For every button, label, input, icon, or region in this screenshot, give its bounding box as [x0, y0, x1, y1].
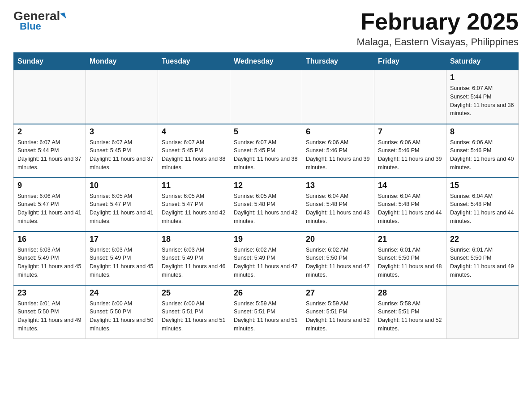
day-number: 10	[90, 181, 154, 190]
day-number: 16	[17, 235, 82, 244]
day-number: 12	[234, 181, 298, 190]
calendar-cell	[302, 70, 374, 124]
day-info: Sunrise: 6:07 AMSunset: 5:45 PMDaylight:…	[90, 138, 154, 172]
calendar-cell: 25Sunrise: 6:00 AMSunset: 5:51 PMDayligh…	[158, 285, 230, 339]
calendar-header: SundayMondayTuesdayWednesdayThursdayFrid…	[14, 53, 519, 70]
calendar-cell: 19Sunrise: 6:02 AMSunset: 5:49 PMDayligh…	[230, 231, 302, 285]
calendar-cell: 15Sunrise: 6:04 AMSunset: 5:48 PMDayligh…	[446, 178, 519, 231]
day-header-friday: Friday	[374, 53, 446, 70]
day-header-wednesday: Wednesday	[230, 53, 302, 70]
calendar-cell	[374, 70, 446, 124]
calendar-body: 1Sunrise: 6:07 AMSunset: 5:44 PMDaylight…	[14, 70, 519, 339]
title-block: February 2025 Malaga, Eastern Visayas, P…	[356, 9, 519, 48]
day-info: Sunrise: 6:05 AMSunset: 5:47 PMDaylight:…	[90, 192, 154, 226]
days-of-week-row: SundayMondayTuesdayWednesdayThursdayFrid…	[14, 53, 519, 70]
calendar-cell: 21Sunrise: 6:01 AMSunset: 5:50 PMDayligh…	[374, 231, 446, 285]
day-number: 20	[306, 235, 370, 244]
day-header-thursday: Thursday	[302, 53, 374, 70]
day-number: 28	[378, 288, 442, 298]
day-info: Sunrise: 6:06 AMSunset: 5:47 PMDaylight:…	[17, 192, 82, 226]
page-title: February 2025	[356, 9, 519, 34]
calendar-cell: 23Sunrise: 6:01 AMSunset: 5:50 PMDayligh…	[14, 285, 86, 339]
calendar-table: SundayMondayTuesdayWednesdayThursdayFrid…	[13, 52, 519, 339]
day-info: Sunrise: 6:02 AMSunset: 5:50 PMDaylight:…	[306, 246, 370, 279]
day-number: 18	[162, 235, 226, 244]
day-number: 15	[450, 181, 515, 190]
day-info: Sunrise: 6:04 AMSunset: 5:48 PMDaylight:…	[450, 192, 515, 226]
day-number: 13	[306, 181, 370, 190]
day-info: Sunrise: 6:07 AMSunset: 5:45 PMDaylight:…	[234, 138, 298, 172]
week-row-3: 9Sunrise: 6:06 AMSunset: 5:47 PMDaylight…	[14, 178, 519, 231]
day-info: Sunrise: 6:07 AMSunset: 5:44 PMDaylight:…	[17, 138, 82, 172]
week-row-4: 16Sunrise: 6:03 AMSunset: 5:49 PMDayligh…	[14, 231, 519, 285]
day-number: 22	[450, 235, 515, 244]
day-info: Sunrise: 6:01 AMSunset: 5:50 PMDaylight:…	[17, 300, 82, 333]
calendar-cell: 11Sunrise: 6:05 AMSunset: 5:47 PMDayligh…	[158, 178, 230, 231]
day-info: Sunrise: 5:59 AMSunset: 5:51 PMDaylight:…	[306, 300, 370, 333]
day-info: Sunrise: 6:07 AMSunset: 5:45 PMDaylight:…	[162, 138, 226, 172]
calendar-cell: 4Sunrise: 6:07 AMSunset: 5:45 PMDaylight…	[158, 124, 230, 178]
day-info: Sunrise: 6:06 AMSunset: 5:46 PMDaylight:…	[450, 138, 515, 172]
calendar-cell: 26Sunrise: 5:59 AMSunset: 5:51 PMDayligh…	[230, 285, 302, 339]
day-header-tuesday: Tuesday	[158, 53, 230, 70]
calendar-cell: 17Sunrise: 6:03 AMSunset: 5:49 PMDayligh…	[86, 231, 158, 285]
logo-blue-text: Blue	[20, 21, 41, 32]
calendar-cell: 27Sunrise: 5:59 AMSunset: 5:51 PMDayligh…	[302, 285, 374, 339]
day-number: 11	[162, 181, 226, 190]
day-info: Sunrise: 6:06 AMSunset: 5:46 PMDaylight:…	[378, 138, 442, 172]
day-number: 19	[234, 235, 298, 244]
day-number: 1	[450, 73, 515, 82]
logo-triangle-icon	[60, 13, 66, 20]
day-info: Sunrise: 6:02 AMSunset: 5:49 PMDaylight:…	[234, 246, 298, 279]
day-info: Sunrise: 6:03 AMSunset: 5:49 PMDaylight:…	[90, 246, 154, 279]
day-number: 21	[378, 235, 442, 244]
day-number: 8	[450, 127, 515, 137]
calendar-cell: 24Sunrise: 6:00 AMSunset: 5:50 PMDayligh…	[86, 285, 158, 339]
calendar-cell: 9Sunrise: 6:06 AMSunset: 5:47 PMDaylight…	[14, 178, 86, 231]
calendar-cell	[158, 70, 230, 124]
day-number: 4	[162, 127, 226, 137]
day-number: 25	[162, 288, 226, 298]
day-number: 2	[17, 127, 82, 137]
day-number: 7	[378, 127, 442, 137]
calendar-cell: 2Sunrise: 6:07 AMSunset: 5:44 PMDaylight…	[14, 124, 86, 178]
day-info: Sunrise: 5:59 AMSunset: 5:51 PMDaylight:…	[234, 300, 298, 333]
calendar-cell: 14Sunrise: 6:04 AMSunset: 5:48 PMDayligh…	[374, 178, 446, 231]
day-number: 27	[306, 288, 370, 298]
calendar-cell: 18Sunrise: 6:03 AMSunset: 5:49 PMDayligh…	[158, 231, 230, 285]
calendar-cell: 3Sunrise: 6:07 AMSunset: 5:45 PMDaylight…	[86, 124, 158, 178]
day-number: 3	[90, 127, 154, 137]
week-row-2: 2Sunrise: 6:07 AMSunset: 5:44 PMDaylight…	[14, 124, 519, 178]
page-subtitle: Malaga, Eastern Visayas, Philippines	[356, 36, 519, 48]
calendar-cell: 7Sunrise: 6:06 AMSunset: 5:46 PMDaylight…	[374, 124, 446, 178]
day-number: 26	[234, 288, 298, 298]
day-info: Sunrise: 6:00 AMSunset: 5:50 PMDaylight:…	[90, 300, 154, 333]
day-header-sunday: Sunday	[14, 53, 86, 70]
day-number: 5	[234, 127, 298, 137]
calendar-cell: 5Sunrise: 6:07 AMSunset: 5:45 PMDaylight…	[230, 124, 302, 178]
page-header: General Blue February 2025 Malaga, Easte…	[13, 9, 519, 48]
calendar-cell	[14, 70, 86, 124]
calendar-cell: 20Sunrise: 6:02 AMSunset: 5:50 PMDayligh…	[302, 231, 374, 285]
logo: General Blue	[13, 9, 65, 32]
week-row-1: 1Sunrise: 6:07 AMSunset: 5:44 PMDaylight…	[14, 70, 519, 124]
calendar-cell	[230, 70, 302, 124]
day-info: Sunrise: 6:05 AMSunset: 5:47 PMDaylight:…	[162, 192, 226, 226]
day-info: Sunrise: 6:01 AMSunset: 5:50 PMDaylight:…	[450, 246, 515, 279]
day-info: Sunrise: 6:04 AMSunset: 5:48 PMDaylight:…	[306, 192, 370, 226]
day-number: 9	[17, 181, 82, 190]
calendar-cell: 22Sunrise: 6:01 AMSunset: 5:50 PMDayligh…	[446, 231, 519, 285]
calendar-cell: 13Sunrise: 6:04 AMSunset: 5:48 PMDayligh…	[302, 178, 374, 231]
day-info: Sunrise: 6:07 AMSunset: 5:44 PMDaylight:…	[450, 84, 515, 118]
calendar-cell: 1Sunrise: 6:07 AMSunset: 5:44 PMDaylight…	[446, 70, 519, 124]
day-number: 6	[306, 127, 370, 137]
day-info: Sunrise: 5:58 AMSunset: 5:51 PMDaylight:…	[378, 300, 442, 333]
day-info: Sunrise: 6:04 AMSunset: 5:48 PMDaylight:…	[378, 192, 442, 226]
day-header-saturday: Saturday	[446, 53, 519, 70]
day-info: Sunrise: 6:00 AMSunset: 5:51 PMDaylight:…	[162, 300, 226, 333]
day-info: Sunrise: 6:05 AMSunset: 5:48 PMDaylight:…	[234, 192, 298, 226]
calendar-cell: 6Sunrise: 6:06 AMSunset: 5:46 PMDaylight…	[302, 124, 374, 178]
day-info: Sunrise: 6:01 AMSunset: 5:50 PMDaylight:…	[378, 246, 442, 279]
day-info: Sunrise: 6:03 AMSunset: 5:49 PMDaylight:…	[17, 246, 82, 279]
calendar-cell	[86, 70, 158, 124]
